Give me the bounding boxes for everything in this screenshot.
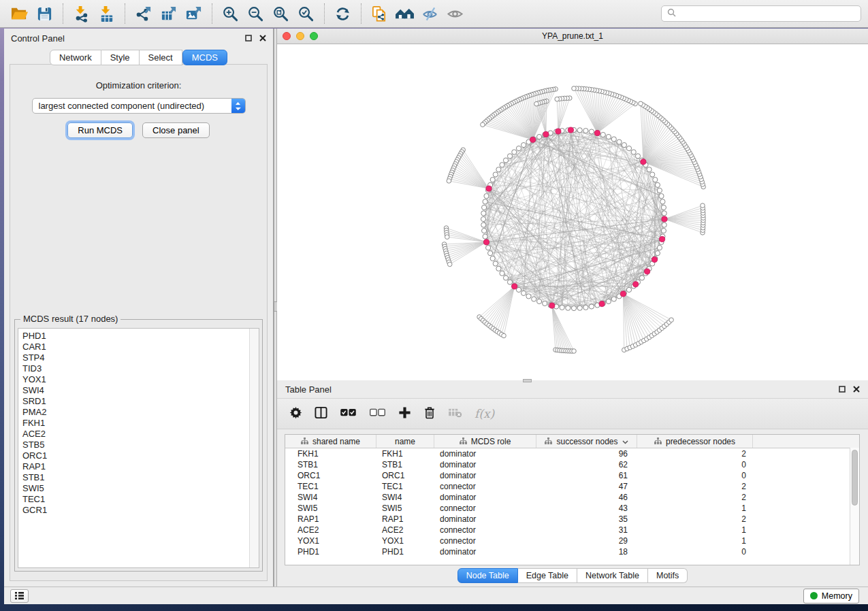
mcds-result-item[interactable]: PHD1 (22, 331, 249, 342)
mcds-dominator-node[interactable] (486, 186, 492, 191)
network-node[interactable] (481, 222, 486, 227)
network-canvas[interactable] (277, 44, 868, 380)
mcds-dominator-node[interactable] (662, 216, 667, 222)
mcds-dominator-node[interactable] (556, 129, 561, 134)
mcds-result-item[interactable]: GCR1 (22, 505, 249, 516)
mcds-result-item[interactable]: SWI4 (22, 385, 249, 396)
table-row[interactable]: YOX1YOX1connector291 (285, 535, 859, 546)
network-leaf-node[interactable] (572, 349, 577, 354)
mcds-dominator-node[interactable] (512, 284, 517, 289)
network-node[interactable] (655, 182, 660, 187)
export-network-icon[interactable] (131, 3, 156, 24)
network-node[interactable] (482, 229, 487, 233)
mcds-result-item[interactable]: RAP1 (22, 461, 249, 472)
network-node[interactable] (493, 261, 498, 266)
mcds-result-item[interactable]: ORC1 (22, 450, 249, 461)
zoom-in-icon[interactable] (218, 3, 243, 24)
network-node[interactable] (532, 297, 536, 301)
node-table[interactable]: shared namenameMCDS rolesuccessor nodesp… (285, 434, 860, 565)
mcds-dominator-node[interactable] (641, 159, 646, 165)
criterion-dropdown[interactable]: largest connected component (undirected) (32, 98, 246, 114)
tab-select[interactable]: Select (140, 50, 182, 65)
mcds-result-item[interactable]: PMA2 (22, 407, 249, 418)
mcds-result-item[interactable]: TEC1 (22, 494, 249, 505)
network-leaf-node[interactable] (447, 179, 451, 184)
network-node[interactable] (481, 216, 485, 221)
mcds-dominator-node[interactable] (660, 236, 665, 242)
network-node[interactable] (507, 154, 512, 159)
network-leaf-node[interactable] (445, 235, 450, 240)
network-node[interactable] (626, 146, 631, 151)
network-node[interactable] (657, 188, 662, 193)
export-table-icon[interactable] (156, 3, 181, 24)
network-node[interactable] (483, 199, 487, 204)
network-node[interactable] (626, 287, 631, 292)
network-node[interactable] (617, 139, 622, 144)
table-row[interactable]: TEC1TEC1connector472 (285, 481, 859, 492)
zoom-selected-icon[interactable] (293, 3, 319, 24)
mcds-result-item[interactable]: TID3 (22, 363, 249, 374)
network-node[interactable] (606, 299, 611, 303)
network-node[interactable] (653, 178, 658, 182)
table-row[interactable]: SWI5SWI5connector431 (285, 503, 859, 514)
mcds-dominator-node[interactable] (549, 303, 555, 308)
zoom-out-icon[interactable] (243, 3, 268, 24)
settings-gear-icon[interactable] (289, 406, 302, 422)
network-node[interactable] (503, 158, 508, 163)
horizontal-divider-handle[interactable] (523, 379, 532, 382)
network-leaf-node[interactable] (481, 122, 485, 127)
export-image-icon[interactable] (181, 3, 206, 24)
network-node[interactable] (577, 128, 582, 133)
network-node[interactable] (537, 299, 542, 303)
float-panel-icon[interactable] (245, 33, 252, 44)
table-scrollbar-thumb[interactable] (852, 450, 858, 506)
mcds-result-list[interactable]: PHD1CAR1STP4TID3YOX1SWI4SRD1PMA2FKH1ACE2… (18, 328, 259, 568)
table-row[interactable]: ACE2ACE2connector311 (285, 525, 859, 535)
network-node[interactable] (507, 280, 512, 284)
network-leaf-node[interactable] (502, 333, 507, 338)
network-node[interactable] (577, 306, 582, 310)
network-node[interactable] (639, 276, 644, 280)
network-node[interactable] (600, 132, 605, 137)
network-node[interactable] (571, 306, 576, 310)
network-leaf-node[interactable] (572, 86, 577, 91)
network-node[interactable] (622, 143, 626, 148)
open-session-icon[interactable] (7, 3, 32, 24)
minimize-window-icon[interactable] (296, 32, 304, 40)
network-leaf-node[interactable] (555, 97, 560, 101)
network-node[interactable] (589, 304, 594, 309)
column-header-shared-name[interactable]: shared name (285, 435, 376, 448)
network-node[interactable] (631, 150, 636, 154)
network-node[interactable] (521, 143, 526, 148)
network-node[interactable] (490, 178, 495, 182)
maximize-window-icon[interactable] (310, 32, 318, 40)
close-window-icon[interactable] (283, 32, 291, 40)
network-node[interactable] (560, 305, 564, 310)
table-row[interactable]: FKH1FKH1dominator962 (285, 448, 859, 459)
column-layout-icon[interactable] (315, 406, 327, 422)
network-leaf-node[interactable] (534, 101, 539, 106)
network-leaf-node[interactable] (701, 203, 705, 208)
table-row[interactable]: STB1STB1dominator620 (285, 459, 859, 470)
table-scrollbar[interactable] (850, 448, 859, 565)
table-tab-motifs[interactable]: Motifs (648, 568, 688, 583)
network-node[interactable] (662, 222, 666, 227)
network-node[interactable] (647, 167, 652, 172)
zoom-fit-icon[interactable] (268, 3, 293, 24)
column-header-MCDS-role[interactable]: MCDS role (434, 435, 536, 448)
network-node[interactable] (583, 305, 588, 310)
network-node[interactable] (661, 229, 666, 233)
mcds-list-scrollbar[interactable] (249, 329, 259, 567)
network-node[interactable] (483, 234, 487, 239)
network-node[interactable] (589, 129, 594, 134)
import-network-icon[interactable] (69, 3, 94, 24)
save-session-icon[interactable] (32, 3, 57, 24)
network-node[interactable] (482, 205, 487, 210)
mcds-dominator-node[interactable] (483, 240, 489, 245)
tab-mcds[interactable]: MCDS (182, 50, 227, 65)
mcds-result-item[interactable]: SWI5 (22, 483, 249, 494)
search-input[interactable] (679, 8, 855, 19)
close-panel-icon[interactable] (259, 33, 266, 44)
network-node[interactable] (500, 163, 504, 167)
mcds-dominator-node[interactable] (599, 301, 605, 307)
